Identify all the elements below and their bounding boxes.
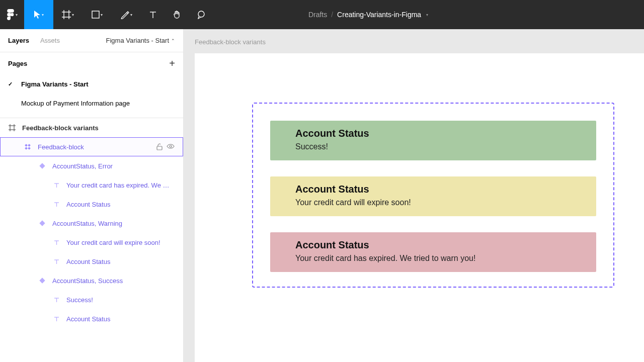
feedback-message: Success! [295, 142, 571, 151]
svg-rect-14 [28, 144, 31, 147]
layer-text[interactable]: Account Status [0, 309, 183, 328]
variant-icon [38, 163, 46, 169]
breadcrumb-separator: / [331, 11, 333, 19]
feedback-block-warning[interactable]: Account Status Your credit card will exp… [270, 176, 596, 216]
shape-tool-button[interactable]: ▾ [83, 0, 112, 29]
layer-component-set[interactable]: Feedback-block [0, 137, 183, 156]
feedback-block-success[interactable]: Account Status Success! [270, 121, 596, 160]
chevron-down-icon: ▾ [16, 13, 18, 17]
page-selector[interactable]: Figma Variants - Start ⌃ [106, 37, 175, 44]
svg-rect-16 [28, 147, 31, 150]
page-selector-label: Figma Variants - Start [106, 37, 169, 44]
variant-icon [38, 278, 46, 284]
text-icon [149, 11, 157, 19]
svg-rect-17 [157, 146, 162, 150]
layer-label: Account Status [66, 201, 175, 208]
cursor-icon [34, 10, 41, 19]
figma-logo-icon [7, 9, 15, 20]
chevron-down-icon: ▾ [72, 13, 74, 17]
layer-text[interactable]: Account Status [0, 195, 183, 214]
canvas[interactable]: Feedback-block variants Account Status S… [184, 29, 644, 362]
pages-header: Pages + [0, 52, 183, 74]
top-toolbar: ▾ ▾ ▾ ▾ ▾ [0, 0, 644, 29]
page-item-label: Figma Variants - Start [21, 80, 89, 88]
tab-assets[interactable]: Assets [40, 37, 60, 44]
add-page-button[interactable]: + [169, 58, 175, 69]
feedback-message: Your credit card has expired. We tried t… [295, 254, 571, 263]
frame-tool-button[interactable]: ▾ [53, 0, 83, 29]
layer-label: Account Status [66, 258, 175, 265]
file-name[interactable]: Creating-Variants-in-Figma [337, 11, 421, 19]
layer-text[interactable]: Success! [0, 290, 183, 309]
layer-label: Your credit card has expired. We … [66, 182, 175, 189]
page-item[interactable]: Mockup of Payment Information page [0, 94, 183, 113]
feedback-title: Account Status [295, 184, 571, 195]
text-tool-button[interactable] [141, 0, 165, 29]
text-layer-icon [52, 240, 60, 245]
frame-icon [8, 124, 16, 131]
rectangle-icon [92, 11, 100, 19]
svg-rect-24 [39, 220, 45, 226]
text-layer-icon [52, 183, 60, 188]
chevron-down-icon[interactable]: ▾ [426, 13, 428, 17]
layer-label: Account Status [66, 315, 175, 323]
layer-label: Feedback-block [38, 143, 150, 151]
visibility-icon[interactable] [167, 143, 175, 150]
comment-tool-button[interactable] [189, 0, 213, 29]
layer-label: AccountStatus, Error [52, 162, 175, 170]
chevron-up-icon: ⌃ [171, 38, 175, 43]
pen-icon [120, 10, 129, 19]
feedback-title: Account Status [295, 239, 571, 251]
layer-frame-root[interactable]: Feedback-block variants [0, 118, 183, 137]
layer-variant[interactable]: AccountStatus, Error [0, 156, 183, 175]
svg-point-18 [170, 145, 172, 147]
svg-rect-15 [25, 147, 28, 150]
breadcrumb: Drafts / Creating-Variants-in-Figma ▾ [213, 11, 523, 19]
svg-rect-29 [39, 278, 45, 283]
layer-text[interactable]: Your credit card has expired. We … [0, 175, 183, 195]
svg-rect-13 [25, 144, 28, 147]
layer-label: AccountStatus, Success [52, 277, 175, 285]
frame-label[interactable]: Feedback-block variants [195, 38, 266, 46]
layer-text[interactable]: Account Status [0, 252, 183, 271]
svg-point-0 [11, 13, 14, 17]
svg-point-8 [198, 11, 204, 17]
pen-tool-button[interactable]: ▾ [112, 0, 141, 29]
layer-label: Success! [66, 296, 175, 304]
variant-icon [38, 220, 46, 226]
component-set-icon [24, 143, 32, 150]
layer-text[interactable]: Your credit card will expire soon! [0, 233, 183, 252]
text-layer-icon [52, 297, 60, 303]
hand-icon [173, 10, 182, 19]
comment-icon [197, 10, 206, 19]
feedback-title: Account Status [295, 128, 571, 139]
unlock-icon[interactable] [156, 143, 163, 150]
feedback-message: Your credit card will expire soon! [295, 198, 571, 207]
tab-layers[interactable]: Layers [8, 37, 29, 44]
layer-label: Feedback-block variants [22, 124, 175, 132]
page-item[interactable]: ✓ Figma Variants - Start [0, 74, 183, 94]
breadcrumb-drafts[interactable]: Drafts [308, 11, 327, 19]
page-item-label: Mockup of Payment Information page [21, 100, 130, 107]
chevron-down-icon: ▾ [130, 13, 132, 17]
component-set-frame[interactable]: Account Status Success! Account Status Y… [252, 103, 614, 288]
text-layer-icon [52, 259, 60, 264]
layer-label: Your credit card will expire soon! [66, 239, 175, 246]
layer-variant[interactable]: AccountStatus, Success [0, 271, 183, 290]
layer-variant[interactable]: AccountStatus, Warning [0, 214, 183, 233]
chevron-down-icon: ▾ [101, 13, 103, 17]
layer-label: AccountStatus, Warning [52, 220, 175, 227]
feedback-block-error[interactable]: Account Status Your credit card has expi… [270, 232, 596, 272]
check-icon: ✓ [8, 81, 15, 87]
svg-rect-5 [92, 11, 99, 18]
svg-rect-19 [39, 163, 45, 168]
move-tool-button[interactable]: ▾ [24, 0, 53, 29]
frame-icon [62, 10, 71, 19]
hand-tool-button[interactable] [165, 0, 189, 29]
chevron-down-icon: ▾ [42, 13, 44, 17]
text-layer-icon [52, 316, 60, 322]
text-layer-icon [52, 202, 60, 207]
pages-header-label: Pages [8, 60, 27, 67]
figma-menu-button[interactable]: ▾ [0, 0, 24, 29]
left-sidebar: Layers Assets Figma Variants - Start ⌃ P… [0, 29, 184, 362]
